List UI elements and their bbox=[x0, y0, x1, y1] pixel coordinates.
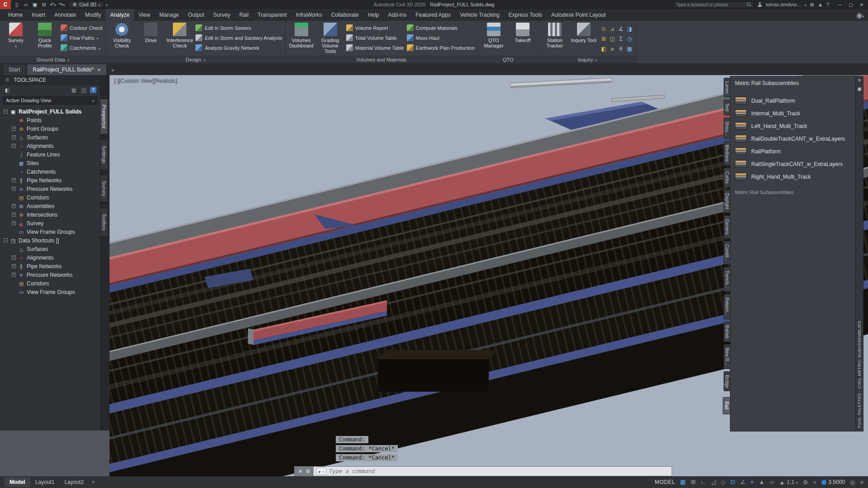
tree-expand-toggle[interactable] bbox=[12, 178, 16, 182]
node-ds-view-frame-groups[interactable]: View Frame Groups bbox=[0, 288, 100, 296]
volume-report-button[interactable]: Volume Report bbox=[346, 24, 404, 32]
tab-help[interactable]: Help bbox=[363, 9, 384, 21]
layout1-tab[interactable]: Layout1 bbox=[30, 477, 60, 487]
open-icon[interactable]: ▱ bbox=[22, 0, 30, 9]
palette-tab-daylight[interactable]: Daylight bbox=[724, 190, 730, 213]
undo-icon[interactable]: ↶ bbox=[49, 0, 57, 9]
node-ds-corridors[interactable]: Corridors bbox=[0, 279, 100, 288]
tab-collaborate[interactable]: Collaborate bbox=[326, 9, 363, 21]
status-value-control[interactable]: 3.5000 bbox=[821, 479, 845, 485]
palette-item[interactable]: Left_Hand_Multi_Track bbox=[731, 120, 854, 132]
node-points[interactable]: Points bbox=[0, 116, 100, 124]
palette-tab-medians[interactable]: Medians bbox=[724, 141, 730, 166]
signin-person-icon[interactable] bbox=[758, 2, 762, 7]
interference-check-button[interactable]: Interference Check bbox=[167, 22, 193, 48]
edit-in-storm-sanitary-button[interactable]: Edit in Storm and Sanitary Analysis bbox=[196, 33, 282, 42]
flow-paths-button[interactable]: Flow Paths bbox=[61, 33, 103, 42]
help-icon[interactable]: ? bbox=[826, 2, 829, 7]
tab-analyze[interactable]: Analyze bbox=[105, 9, 134, 21]
alerts-icon[interactable]: ▲ bbox=[818, 2, 823, 7]
analyze-gravity-network-button[interactable]: Analyze Gravity Network bbox=[196, 43, 282, 52]
palette-tab-trenching[interactable]: Trench... bbox=[724, 267, 730, 292]
model-tab[interactable]: Model bbox=[5, 477, 30, 487]
palette-close-icon[interactable]: ✕ bbox=[858, 78, 861, 83]
grading-volume-tools-button[interactable]: Grading Volume Tools bbox=[317, 22, 343, 54]
workspace-gear-icon[interactable]: ⚙ bbox=[803, 479, 808, 486]
earthwork-plan-production-button[interactable]: Earthwork Plan Production bbox=[407, 43, 475, 52]
ribbon-display-toggle[interactable]: ◉ bbox=[856, 11, 864, 19]
node-feature-lines[interactable]: Feature Lines bbox=[0, 150, 100, 159]
palette-tab-new-rail[interactable]: New R... bbox=[724, 344, 730, 369]
grid-icon[interactable]: ▦ bbox=[680, 479, 686, 486]
toolspace-grip-icon[interactable]: ⠿ bbox=[4, 77, 11, 83]
palette-tab-curbs[interactable]: Curbs bbox=[724, 168, 730, 187]
palette-item[interactable]: RailSingleTrackCANT_w_ExtraLayers bbox=[731, 158, 854, 170]
save-icon[interactable]: ▣ bbox=[31, 0, 39, 9]
tree-expand-toggle[interactable] bbox=[12, 127, 16, 131]
toolspace-tab-toolbox[interactable]: Toolbox bbox=[100, 208, 108, 237]
material-volume-table-button[interactable]: Material Volume Table bbox=[346, 43, 404, 52]
visibility-check-button[interactable]: Visibility Check bbox=[109, 22, 135, 48]
inquiry-tool-button[interactable]: Inquiry Tool bbox=[571, 22, 597, 43]
node-sites[interactable]: Sites bbox=[0, 159, 100, 167]
inquiry-grid-icon[interactable]: ▦ bbox=[625, 44, 634, 53]
file-tab-start[interactable]: Start bbox=[3, 64, 26, 75]
toolspace-tab-prospector[interactable]: Prospector bbox=[100, 99, 108, 134]
panel-label-ground-data[interactable]: Ground Data bbox=[0, 56, 105, 63]
tab-vehicle-tracking[interactable]: Vehicle Tracking bbox=[455, 9, 504, 21]
inquiry-grid-icon[interactable]: ◧ bbox=[600, 44, 608, 53]
toolspace-tab-survey[interactable]: Survey bbox=[100, 175, 108, 202]
minimize-button[interactable]: ─ bbox=[835, 0, 845, 9]
toolspace-tab-settings[interactable]: Settings bbox=[100, 140, 108, 170]
drive-button[interactable]: Drive bbox=[138, 22, 164, 43]
catchments-button[interactable]: Catchments bbox=[61, 43, 103, 52]
tree-expand-toggle[interactable] bbox=[12, 264, 16, 268]
open-drawing-icon[interactable]: ◧ bbox=[4, 87, 11, 93]
tree-expand-toggle[interactable] bbox=[12, 221, 16, 225]
close-button[interactable]: ✕ bbox=[856, 0, 867, 9]
app-logo-icon[interactable]: C bbox=[0, 0, 11, 9]
command-prompt-icon[interactable]: ▸ bbox=[316, 468, 326, 475]
snap-mode-icon[interactable]: ⊞ bbox=[691, 479, 696, 486]
tree-expand-toggle[interactable] bbox=[12, 256, 16, 260]
osnap-icon[interactable]: ⊡ bbox=[730, 479, 735, 486]
palette-tab-generic[interactable]: Generic bbox=[724, 215, 730, 238]
node-ds-pipe-networks[interactable]: Pipe Networks bbox=[0, 262, 100, 270]
inquiry-grid-icon[interactable]: ◫ bbox=[608, 34, 616, 43]
app-store-cart-icon[interactable]: ⊞ bbox=[810, 2, 814, 8]
tab-rail[interactable]: Rail bbox=[235, 9, 253, 21]
tree-expand-toggle[interactable] bbox=[12, 144, 16, 148]
panel-label-design[interactable]: Design bbox=[106, 56, 285, 63]
node-ds-pressure-networks[interactable]: Pressure Networks bbox=[0, 270, 100, 279]
volumes-dashboard-button[interactable]: Volumes Dashboard bbox=[288, 22, 315, 48]
tab-home[interactable]: Home bbox=[4, 9, 27, 21]
tree-expand-toggle[interactable] bbox=[12, 204, 16, 208]
total-volume-table-button[interactable]: Total Volume Table bbox=[346, 33, 404, 42]
plot-icon[interactable]: ⊟ bbox=[40, 0, 48, 9]
panel-label-inquiry[interactable]: Inquiry bbox=[539, 56, 636, 63]
node-intersections[interactable]: Intersections bbox=[0, 210, 100, 219]
palette-tab-bridge[interactable]: Bridge bbox=[724, 371, 730, 392]
tab-insert[interactable]: Insert bbox=[27, 9, 50, 21]
node-alignments[interactable]: Alignments bbox=[0, 142, 100, 150]
toolspace-help-icon[interactable]: ? bbox=[90, 87, 96, 93]
tab-manage[interactable]: Manage bbox=[155, 9, 183, 21]
qto-manager-button[interactable]: QTO Manager bbox=[481, 22, 507, 48]
node-railproject-full-solids[interactable]: RailProject_FULL Solids bbox=[0, 107, 100, 116]
command-input[interactable]: Type a command bbox=[329, 468, 375, 474]
command-close-icon[interactable]: ✕ bbox=[298, 469, 302, 474]
palette-tab-conditional[interactable]: Condit... bbox=[724, 241, 730, 265]
node-ds-surfaces[interactable]: Surfaces bbox=[0, 245, 100, 253]
dynamic-input-icon[interactable]: ⌖ bbox=[750, 479, 754, 486]
tree-expand-toggle[interactable] bbox=[4, 238, 8, 242]
node-point-groups[interactable]: Point Groups bbox=[0, 124, 100, 133]
palette-tab-retaining[interactable]: Retaini... bbox=[724, 294, 730, 319]
node-data-shortcuts[interactable]: Data Shortcuts [] bbox=[0, 236, 100, 245]
survey-button[interactable]: Survey bbox=[3, 22, 29, 49]
tree-expand-toggle[interactable] bbox=[4, 109, 8, 114]
inquiry-grid-icon[interactable]: ⊙ bbox=[600, 24, 608, 33]
model-space-toggle[interactable]: MODEL bbox=[655, 479, 675, 485]
inquiry-grid-icon[interactable]: ⊞ bbox=[600, 34, 608, 43]
inquiry-grid-icon[interactable]: ◨ bbox=[625, 24, 634, 33]
inquiry-grid-icon[interactable]: Σ bbox=[617, 34, 625, 43]
